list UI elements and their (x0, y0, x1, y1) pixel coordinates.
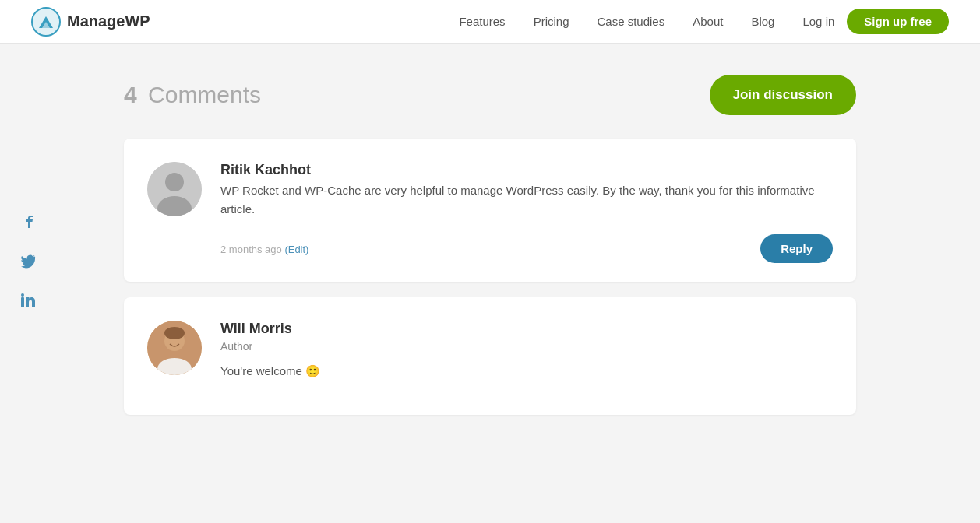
comment-card-2: Will Morris Author You're welcome 🙂 (124, 297, 856, 415)
svg-point-11 (164, 327, 185, 339)
comment-meta-1: 2 months ago (Edit) (220, 242, 308, 256)
svg-point-7 (165, 173, 184, 191)
comment-author-1: Ritik Kachhot (220, 162, 833, 178)
comment-role-2: Author (220, 340, 833, 353)
comment-author-2: Will Morris (220, 321, 833, 337)
comment-body-2: Will Morris Author You're welcome 🙂 (220, 321, 833, 396)
comments-label: Comments (148, 82, 261, 107)
comments-header: 4 Comments Join discussion (124, 75, 856, 115)
logo[interactable]: ManageWP (31, 7, 150, 37)
comment-time-1: 2 months ago (220, 244, 284, 255)
svg-point-5 (21, 293, 24, 297)
login-link[interactable]: Log in (802, 15, 834, 28)
twitter-icon[interactable] (16, 249, 41, 274)
nav-pricing[interactable]: Pricing (534, 15, 569, 28)
social-sidebar (16, 210, 41, 313)
linkedin-icon[interactable] (16, 288, 41, 313)
reply-button-1[interactable]: Reply (760, 234, 833, 263)
comment-edit-1[interactable]: (Edit) (284, 244, 308, 255)
avatar-ritik (147, 162, 202, 216)
comments-title: 4 Comments (124, 82, 261, 108)
comment-footer-1: 2 months ago (Edit) Reply (220, 234, 833, 263)
facebook-icon[interactable] (16, 210, 41, 235)
nav-about[interactable]: About (693, 15, 723, 28)
svg-rect-4 (21, 297, 24, 307)
nav-features[interactable]: Features (459, 15, 505, 28)
logo-icon (31, 7, 61, 37)
main-content: 4 Comments Join discussion Ritik Kachhot… (62, 44, 918, 462)
comment-text-2: You're welcome 🙂 (220, 362, 833, 381)
nav-blog[interactable]: Blog (751, 15, 774, 28)
nav-menu: Features Pricing Case studies About Blog (459, 15, 774, 29)
navbar: ManageWP Features Pricing Case studies A… (0, 0, 980, 44)
nav-case-studies[interactable]: Case studies (597, 15, 664, 28)
logo-text: ManageWP (67, 12, 150, 30)
avatar-will (147, 321, 202, 375)
comments-count: 4 (124, 82, 137, 107)
comment-text-1: WP Rocket and WP-Cache are very helpful … (220, 181, 833, 219)
comment-body-1: Ritik Kachhot WP Rocket and WP-Cache are… (220, 162, 833, 263)
join-discussion-button[interactable]: Join discussion (710, 75, 856, 115)
comment-card-1: Ritik Kachhot WP Rocket and WP-Cache are… (124, 139, 856, 282)
signup-button[interactable]: Sign up free (847, 9, 949, 34)
